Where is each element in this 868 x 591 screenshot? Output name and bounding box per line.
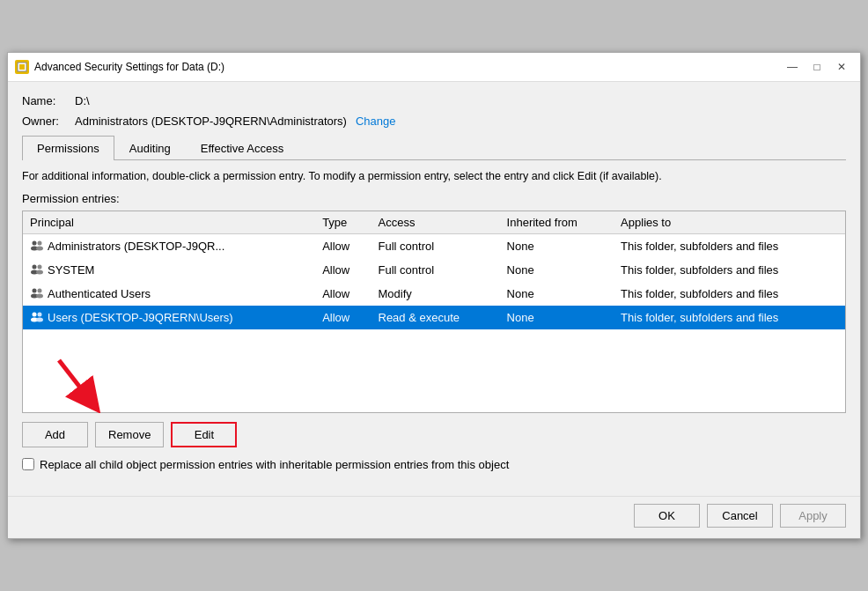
svg-point-6 xyxy=(33,264,37,269)
svg-point-16 xyxy=(38,312,42,316)
cell-inherited: None xyxy=(500,258,614,282)
svg-rect-1 xyxy=(19,64,25,70)
col-type: Type xyxy=(315,211,371,234)
change-owner-link[interactable]: Change xyxy=(356,115,396,128)
tab-bar: Permissions Auditing Effective Access xyxy=(22,135,846,160)
owner-label: Owner: xyxy=(22,115,75,128)
cell-access: Full control xyxy=(371,258,500,282)
col-inherited: Inherited from xyxy=(500,211,614,234)
user-icon xyxy=(30,285,44,302)
dialog-content: Name: D:\ Owner: Administrators (DESKTOP… xyxy=(8,82,860,496)
svg-point-2 xyxy=(33,240,37,245)
cell-applies: This folder, subfolders and files xyxy=(614,258,845,282)
col-principal: Principal xyxy=(23,211,315,234)
window-controls: — □ ✕ xyxy=(781,58,853,76)
owner-value: Administrators (DESKTOP-J9QRERN\Administ… xyxy=(75,115,347,128)
table-row[interactable]: SYSTEM Allow Full control None This fold… xyxy=(23,258,845,282)
cell-type: Allow xyxy=(315,306,371,329)
name-label: Name: xyxy=(22,94,75,107)
replace-permissions-label: Replace all child object permission entr… xyxy=(40,458,509,471)
minimize-button[interactable]: — xyxy=(781,58,804,76)
cell-principal: Administrators (DESKTOP-J9QR... xyxy=(23,233,315,258)
edit-button[interactable]: Edit xyxy=(171,422,237,447)
cell-type: Allow xyxy=(315,282,371,306)
permission-table: Principal Type Access Inherited from App… xyxy=(23,211,845,329)
main-window: Advanced Security Settings for Data (D:)… xyxy=(7,52,861,539)
replace-permissions-checkbox[interactable] xyxy=(22,458,34,470)
title-bar: Advanced Security Settings for Data (D:)… xyxy=(8,53,860,82)
cell-access: Modify xyxy=(371,282,500,306)
tab-permissions[interactable]: Permissions xyxy=(22,136,114,160)
cell-principal: SYSTEM xyxy=(23,258,315,282)
cell-inherited: None xyxy=(500,306,614,329)
svg-point-17 xyxy=(36,317,43,321)
window-icon xyxy=(15,60,29,74)
close-button[interactable]: ✕ xyxy=(830,58,853,76)
cell-access: Full control xyxy=(371,233,500,258)
svg-point-9 xyxy=(36,270,43,274)
cell-principal: Authenticated Users xyxy=(23,282,315,306)
remove-button[interactable]: Remove xyxy=(95,422,164,447)
tab-effective-access[interactable]: Effective Access xyxy=(186,136,298,160)
permission-entries-label: Permission entries: xyxy=(22,192,846,205)
maximize-button[interactable]: □ xyxy=(805,58,828,76)
cell-inherited: None xyxy=(500,282,614,306)
checkbox-row: Replace all child object permission entr… xyxy=(22,458,846,471)
owner-row: Owner: Administrators (DESKTOP-J9QRERN\A… xyxy=(22,115,846,128)
col-access: Access xyxy=(371,211,500,234)
info-text: For additional information, double-click… xyxy=(22,169,846,185)
table-row[interactable]: Administrators (DESKTOP-J9QR... Allow Fu… xyxy=(23,233,845,258)
table-row[interactable]: Users (DESKTOP-J9QRERN\Users) Allow Read… xyxy=(23,306,845,329)
cell-principal: Users (DESKTOP-J9QRERN\Users) xyxy=(23,306,315,329)
svg-point-12 xyxy=(38,288,42,292)
cancel-button[interactable]: Cancel xyxy=(707,504,773,528)
svg-point-13 xyxy=(36,293,43,298)
permission-table-container: Principal Type Access Inherited from App… xyxy=(22,211,846,413)
svg-point-4 xyxy=(38,240,42,245)
cell-type: Allow xyxy=(315,258,371,282)
window-title: Advanced Security Settings for Data (D:) xyxy=(34,61,781,73)
cell-applies: This folder, subfolders and files xyxy=(614,233,845,258)
user-icon xyxy=(30,238,44,255)
buttons-row: Add Remove Edit xyxy=(22,422,846,447)
add-button[interactable]: Add xyxy=(22,422,88,447)
table-row[interactable]: Authenticated Users Allow Modify None Th… xyxy=(23,282,845,306)
user-icon xyxy=(30,309,44,326)
ok-button[interactable]: OK xyxy=(634,504,700,528)
svg-point-5 xyxy=(36,246,43,250)
user-icon xyxy=(30,262,44,278)
cell-inherited: None xyxy=(500,233,614,258)
svg-point-10 xyxy=(33,288,37,292)
cell-applies: This folder, subfolders and files xyxy=(614,282,845,306)
name-value: D:\ xyxy=(75,94,90,107)
apply-button[interactable]: Apply xyxy=(780,504,846,528)
tab-auditing[interactable]: Auditing xyxy=(114,136,186,160)
svg-point-8 xyxy=(38,264,42,269)
col-applies: Applies to xyxy=(614,211,845,234)
cell-applies: This folder, subfolders and files xyxy=(614,306,845,329)
dialog-footer: OK Cancel Apply xyxy=(8,496,860,538)
cell-type: Allow xyxy=(315,233,371,258)
cell-access: Read & execute xyxy=(371,306,500,329)
name-row: Name: D:\ xyxy=(22,94,846,107)
svg-point-14 xyxy=(33,312,37,316)
